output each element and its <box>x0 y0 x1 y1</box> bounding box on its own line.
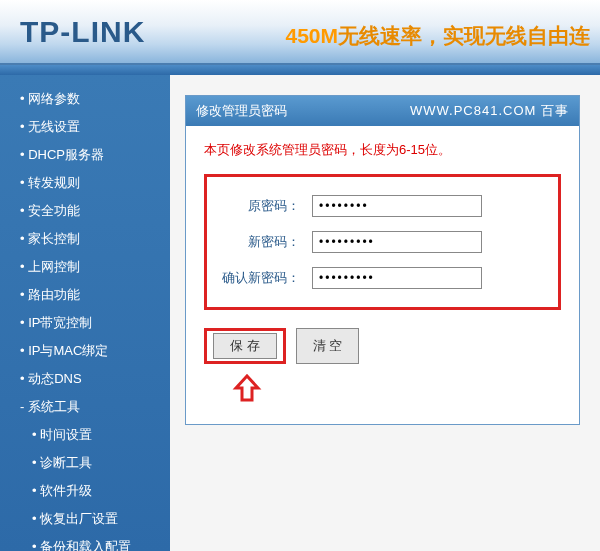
panel-header: 修改管理员密码 WWW.PC841.COM 百事 <box>186 96 579 126</box>
divider <box>0 65 600 75</box>
old-password-input[interactable] <box>312 195 482 217</box>
sidebar-item-4[interactable]: • 安全功能 <box>0 197 170 225</box>
logo: TP-LINK <box>20 15 145 49</box>
clear-button[interactable]: 清 空 <box>296 328 360 364</box>
panel-title: 修改管理员密码 <box>196 102 287 120</box>
new-password-input[interactable] <box>312 231 482 253</box>
sidebar-item-14[interactable]: • 软件升级 <box>0 477 170 505</box>
sidebar-item-11[interactable]: - 系统工具 <box>0 393 170 421</box>
sidebar-item-9[interactable]: • IP与MAC绑定 <box>0 337 170 365</box>
new-password-label: 新密码： <box>222 233 300 251</box>
sidebar-item-12[interactable]: • 时间设置 <box>0 421 170 449</box>
sidebar-item-2[interactable]: • DHCP服务器 <box>0 141 170 169</box>
sidebar-item-3[interactable]: • 转发规则 <box>0 169 170 197</box>
password-form: 原密码： 新密码： 确认新密码： <box>204 174 561 310</box>
tagline-emphasis: 450M <box>285 24 338 47</box>
panel-body: 本页修改系统管理员密码，长度为6-15位。 原密码： 新密码： 确认新密码： 保… <box>186 126 579 424</box>
password-panel: 修改管理员密码 WWW.PC841.COM 百事 本页修改系统管理员密码，长度为… <box>185 95 580 425</box>
tagline: 450M无线速率，实现无线自由连 <box>285 22 590 50</box>
save-button-highlight: 保 存 <box>204 328 286 364</box>
header: TP-LINK 450M无线速率，实现无线自由连 <box>0 0 600 65</box>
sidebar-item-6[interactable]: • 上网控制 <box>0 253 170 281</box>
save-button[interactable]: 保 存 <box>213 333 277 359</box>
confirm-password-input[interactable] <box>312 267 482 289</box>
arrow-up-icon <box>232 374 561 404</box>
sidebar: • 网络参数• 无线设置• DHCP服务器• 转发规则• 安全功能• 家长控制•… <box>0 75 170 551</box>
sidebar-item-10[interactable]: • 动态DNS <box>0 365 170 393</box>
sidebar-item-16[interactable]: • 备份和载入配置 <box>0 533 170 551</box>
sidebar-item-0[interactable]: • 网络参数 <box>0 85 170 113</box>
sidebar-item-1[interactable]: • 无线设置 <box>0 113 170 141</box>
sidebar-item-13[interactable]: • 诊断工具 <box>0 449 170 477</box>
button-row: 保 存 清 空 <box>204 328 561 364</box>
content: 修改管理员密码 WWW.PC841.COM 百事 本页修改系统管理员密码，长度为… <box>170 75 600 551</box>
confirm-password-label: 确认新密码： <box>222 269 300 287</box>
old-password-label: 原密码： <box>222 197 300 215</box>
warning-text: 本页修改系统管理员密码，长度为6-15位。 <box>204 141 561 159</box>
tagline-rest: 无线速率，实现无线自由连 <box>338 24 590 47</box>
main: • 网络参数• 无线设置• DHCP服务器• 转发规则• 安全功能• 家长控制•… <box>0 75 600 551</box>
watermark: WWW.PC841.COM 百事 <box>410 102 569 120</box>
sidebar-item-7[interactable]: • 路由功能 <box>0 281 170 309</box>
sidebar-item-8[interactable]: • IP带宽控制 <box>0 309 170 337</box>
sidebar-item-15[interactable]: • 恢复出厂设置 <box>0 505 170 533</box>
sidebar-item-5[interactable]: • 家长控制 <box>0 225 170 253</box>
